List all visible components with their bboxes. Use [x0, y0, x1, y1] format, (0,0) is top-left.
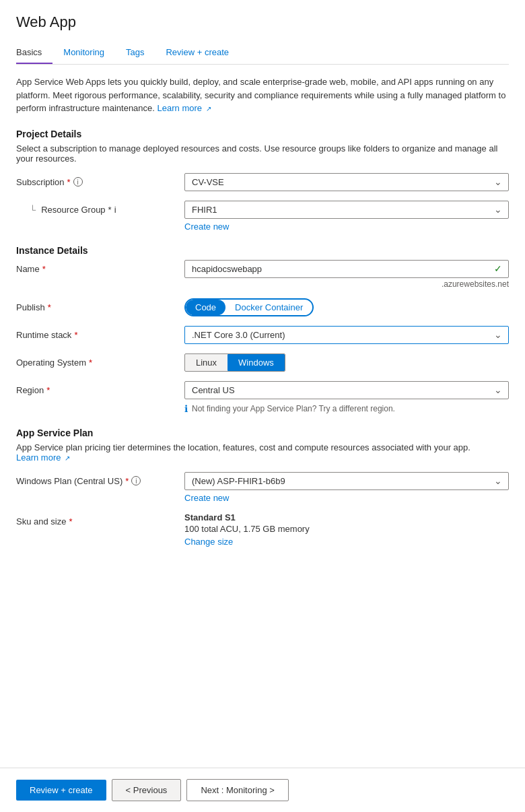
region-info-icon: ℹ — [184, 403, 188, 414]
project-details-title: Project Details — [16, 129, 509, 139]
name-input-wrap: ✓ — [184, 260, 509, 278]
review-create-button[interactable]: Review + create — [16, 780, 106, 801]
runtime-stack-control: .NET Core 3.0 (Current) — [184, 326, 509, 344]
subscription-dropdown-wrap: CV-VSE — [184, 173, 509, 191]
region-info-message: ℹ Not finding your App Service Plan? Try… — [184, 403, 509, 414]
publish-toggle-group: Code Docker Container — [184, 298, 314, 316]
subscription-info-icon[interactable]: i — [73, 177, 83, 187]
name-check-icon: ✓ — [494, 263, 502, 274]
subscription-label: Subscription * i — [16, 173, 184, 187]
os-linux-btn[interactable]: Linux — [185, 354, 228, 371]
footer-bar: Review + create < Previous Next : Monito… — [0, 768, 525, 812]
resource-group-dropdown-wrap: FHIR1 — [184, 201, 509, 219]
subscription-dropdown[interactable]: CV-VSE — [184, 173, 509, 191]
name-row: Name * ✓ .azurewebsites.net — [16, 260, 509, 289]
resource-group-control: FHIR1 Create new — [184, 201, 509, 232]
project-details-desc: Select a subscription to manage deployed… — [16, 143, 509, 164]
windows-plan-required: * — [125, 476, 129, 486]
region-row: Region * Central US ℹ Not finding your A… — [16, 381, 509, 414]
region-dropdown-wrap: Central US — [184, 381, 509, 399]
app-service-plan-title: App Service Plan — [16, 428, 509, 438]
instance-details-title: Instance Details — [16, 245, 509, 256]
tab-tags[interactable]: Tags — [115, 42, 155, 64]
region-control: Central US ℹ Not finding your App Servic… — [184, 381, 509, 414]
operating-system-required: * — [89, 358, 92, 368]
name-control: ✓ .azurewebsites.net — [184, 260, 509, 289]
windows-plan-create-new-link[interactable]: Create new — [184, 493, 509, 503]
runtime-stack-required: * — [74, 330, 77, 340]
resource-group-row: └ Resource Group * i FHIR1 Create new — [16, 201, 509, 232]
windows-plan-label: Windows Plan (Central US) * i — [16, 472, 184, 486]
windows-plan-row: Windows Plan (Central US) * i (New) ASP-… — [16, 472, 509, 503]
external-link-icon: ↗ — [206, 105, 211, 112]
app-service-plan-learn-more-link[interactable]: Learn more ↗ — [16, 452, 70, 463]
runtime-stack-dropdown-wrap: .NET Core 3.0 (Current) — [184, 326, 509, 344]
tab-monitoring[interactable]: Monitoring — [53, 42, 115, 64]
windows-plan-dropdown[interactable]: (New) ASP-FHIR1-b6b9 — [184, 472, 509, 490]
region-required: * — [46, 385, 50, 395]
region-label: Region * — [16, 381, 184, 395]
subscription-required: * — [67, 177, 71, 187]
runtime-stack-row: Runtime stack * .NET Core 3.0 (Current) — [16, 326, 509, 344]
subscription-control: CV-VSE — [184, 173, 509, 191]
l-connector-icon: └ — [30, 205, 36, 215]
publish-row: Publish * Code Docker Container — [16, 298, 509, 316]
resource-group-label: └ Resource Group * i — [16, 201, 184, 215]
subscription-row: Subscription * i CV-VSE — [16, 173, 509, 191]
description-text: App Service Web Apps lets you quickly bu… — [16, 75, 509, 115]
resource-group-create-new-link[interactable]: Create new — [184, 222, 509, 232]
resource-group-info-icon[interactable]: i — [114, 205, 116, 215]
resource-group-required: * — [108, 205, 112, 215]
tab-basics[interactable]: Basics — [16, 42, 53, 64]
sku-size-row: Sku and size * Standard S1 100 total ACU… — [16, 512, 509, 547]
runtime-stack-dropdown[interactable]: .NET Core 3.0 (Current) — [184, 326, 509, 344]
windows-plan-info-icon[interactable]: i — [131, 476, 141, 485]
name-input[interactable] — [184, 260, 509, 278]
operating-system-label: Operating System * — [16, 353, 184, 368]
next-button[interactable]: Next : Monitoring > — [186, 779, 288, 801]
name-suffix: .azurewebsites.net — [184, 279, 509, 289]
windows-plan-dropdown-wrap: (New) ASP-FHIR1-b6b9 — [184, 472, 509, 490]
page-title: Web App — [16, 13, 509, 31]
os-windows-btn[interactable]: Windows — [228, 354, 285, 371]
runtime-stack-label: Runtime stack * — [16, 326, 184, 340]
sku-size-label: Sku and size * — [16, 512, 184, 527]
name-required: * — [42, 264, 46, 274]
tab-review-create[interactable]: Review + create — [155, 42, 240, 64]
sku-size-control: Standard S1 100 total ACU, 1.75 GB memor… — [184, 512, 509, 547]
name-label: Name * — [16, 260, 184, 274]
sku-detail: 100 total ACU, 1.75 GB memory — [184, 524, 509, 534]
tab-bar: Basics Monitoring Tags Review + create — [16, 42, 509, 65]
app-service-plan-desc: App Service plan pricing tier determines… — [16, 442, 509, 463]
sku-size-required: * — [69, 516, 72, 527]
operating-system-control: Linux Windows — [184, 353, 509, 372]
description-learn-more-link[interactable]: Learn more ↗ — [158, 103, 211, 113]
publish-control: Code Docker Container — [184, 298, 509, 316]
change-size-link[interactable]: Change size — [184, 537, 509, 547]
region-dropdown[interactable]: Central US — [184, 381, 509, 399]
resource-group-dropdown[interactable]: FHIR1 — [184, 201, 509, 219]
publish-required: * — [48, 302, 51, 312]
os-toggle-group: Linux Windows — [184, 353, 285, 372]
publish-label: Publish * — [16, 298, 184, 312]
publish-docker-btn[interactable]: Docker Container — [225, 300, 312, 315]
publish-code-btn[interactable]: Code — [186, 300, 225, 315]
operating-system-row: Operating System * Linux Windows — [16, 353, 509, 372]
app-service-external-link-icon: ↗ — [65, 454, 70, 462]
windows-plan-control: (New) ASP-FHIR1-b6b9 Create new — [184, 472, 509, 503]
previous-button[interactable]: < Previous — [112, 779, 182, 801]
sku-name: Standard S1 — [184, 512, 509, 522]
